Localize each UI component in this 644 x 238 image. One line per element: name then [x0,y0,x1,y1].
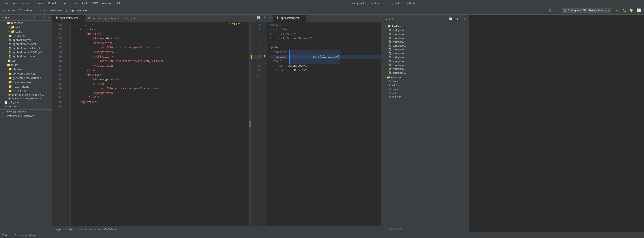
sb-activeByDefault: activeByDefault [98,228,116,231]
tree-item-maven-status[interactable]: 📁 maven-status [0,84,52,89]
tree-item-static[interactable]: ▶ 📁 static [0,29,52,34]
git-update-icon[interactable]: 👤 [547,7,553,13]
maven-item-spring-2[interactable]: 🍃 springboo... [384,32,468,36]
maven-item-spring-10[interactable]: 🍃 springboo... [384,63,468,67]
maven-item-spring-7[interactable]: 🍃 springboo... [384,51,468,55]
sidebar-add-btn[interactable]: + [32,15,37,19]
tree-item-generated-sources[interactable]: 📁 generated-sources [0,71,52,76]
right-editor-scrollbar[interactable] [381,22,383,226]
maven-item-spring-9[interactable]: 🍃 springboo... [384,59,468,63]
maven-refresh-icon[interactable]: 🔄 [448,16,454,22]
tree-item-application-yml[interactable]: 🍃 application.yml [0,38,52,42]
maven-item-spring-3[interactable]: 🍃 springboo... [384,36,468,40]
code-line-40: <activeByDefault>true</activeByDefault> [74,59,249,64]
maven-item-profiles[interactable]: ▶ 📁 Profiles [384,24,468,28]
tree-item-jar2[interactable]: 📦 springboot_10_profiles-0.0.1- [0,97,52,100]
tree-item-generated-test-sources[interactable]: 📁 generated-test-sources [0,76,52,80]
maven-item-lifecycle[interactable]: ▾ 📁 Lifecycle [384,76,468,79]
menu-item-code[interactable]: Code [36,1,46,5]
maven-item-compile[interactable]: ⚙ compile [384,87,468,91]
menu-item-help[interactable]: Help [114,1,123,5]
tab-left-application-yml[interactable]: 🍃 application.yml ✕ [52,14,85,22]
left-editor-scrollbar[interactable] [249,22,251,226]
menu-item-window[interactable]: Window [100,1,114,5]
tree-item-resources[interactable]: ▾ 📁 resources [0,21,52,25]
tree-item-application-devDB-yml[interactable]: 🍃 application-devDB.yml [0,46,52,50]
download-icon[interactable]: ⬇ [262,14,267,20]
tree-item-application-pro-yml[interactable]: 🍃 application-pro.yml [0,54,52,58]
tab-right-application-yml[interactable]: 🍃 application.yml ✕ [273,14,306,22]
menu-item-build[interactable]: Build [60,1,70,5]
sidebar-close-btn[interactable]: ✕ [46,15,50,19]
right-editor-panel: ✓ 🔄 ⬇ ⬆ 🍃 application.yml ✕ ⋮ 1 2 3 4 5 … [251,14,383,232]
close-tab-right-yml[interactable]: ✕ [300,16,303,19]
maven-item-spring-6[interactable]: 🍃 springboo... [384,47,468,51]
tree-item-application-dev-yml[interactable]: 🍃 application-dev.yml [0,42,52,46]
run-button[interactable]: ▶ [614,7,620,13]
maven-item-spring-8[interactable]: 🍃 springboo... [384,55,468,59]
left-code-content[interactable]: <!-- ... --> <profiles> <profile> <id>en… [71,22,249,226]
tree-label-classes: classes [13,68,22,71]
close-tab-pom[interactable]: ✕ [137,17,140,20]
code-line-44: <id>env_pro</id> [74,77,249,82]
prev-warning-btn[interactable]: ▲ [236,22,237,26]
close-tab-left-yml[interactable]: ✕ [79,16,82,19]
maven-item-spring-11[interactable]: 🍃 springboo... [384,67,468,71]
maven-item-validate[interactable]: ⚙ validate [384,83,468,87]
tree-item-maven-archiver[interactable]: 📁 maven-archiver [0,80,52,84]
menu-item-run[interactable]: Run [71,1,80,5]
chevron-icon-static: ▶ [8,30,10,33]
refresh-right-icon[interactable]: 🔄 [256,14,262,20]
debug-button[interactable]: 🐛 [621,7,627,13]
yaml-icon-app: 🍃 [8,38,12,42]
right-code-content[interactable]: #spring: # profiles: # active: dev # inc… [267,22,381,226]
tree-item-gitignore[interactable]: 📄 .gitignore [0,100,52,104]
maven-item-clean[interactable]: ⚙ clean [384,79,468,83]
menu-item-navigate[interactable]: Navigate [20,1,35,5]
tree-item-mul[interactable]: ▶ 📁 mul [0,25,52,29]
tree-item-test-classes[interactable]: 📁 test-classes [0,89,52,93]
right-tab-more-btn[interactable]: ⋮ [376,14,383,22]
sidebar-settings-btn[interactable]: ⚙ [42,15,46,19]
breadcrumb: springboot_10_profiles › src › main › re… [0,6,547,14]
maven-item-spring-12[interactable]: 🍃 springboo... [384,71,468,75]
maven-upload-icon[interactable]: ⬆ [461,16,467,22]
tree-item-external-libraries[interactable]: ▶ External Libraries [0,109,52,114]
code-line-32: <!-- ... --> [74,23,249,27]
menu-item-refactor[interactable]: Refactor [46,1,60,5]
menu-item-vcs[interactable]: VCS [90,1,100,5]
tab-left-pom[interactable]: ⚙ pom.xml (springboot_10_profiles) ● ✕ [85,14,143,22]
tree-item-scratches[interactable]: ▶ Scratches and Consoles [0,114,52,118]
tree-item-jar1[interactable]: 📦 springboot_10_profiles-0.0.1- [0,93,52,97]
maven-item-spring-4[interactable]: 🍃 springboo... [384,40,468,44]
tree-item-test[interactable]: ▶ 📁 test [0,58,52,63]
tree-item-target[interactable]: ▾ 📁 target [0,63,52,67]
maven-download-icon[interactable]: ⬇ [454,16,460,22]
next-warning-btn[interactable]: ▼ [238,22,240,26]
stop-button[interactable]: ⬜ [636,7,642,13]
run-config-selector[interactable]: 🍃 Springboot10ProfilesApplication ▾ [562,7,611,13]
maven-item-package[interactable]: ⚙ package [384,95,468,99]
tab-more-btn[interactable]: ⋮ [244,14,251,22]
coverage-button[interactable]: 🔰 [628,7,634,13]
maven-item-test[interactable]: ⚙ test [384,91,468,95]
menu-item-edit[interactable]: Edit [2,1,10,5]
tree-item-classes[interactable]: 📁 classes [0,67,52,71]
tree-item-templates[interactable]: 📁 templates [0,34,52,38]
tab-label-right-yml: application.yml [280,16,298,19]
line-numbers-right: 1 2 3 4 5 6 7 8 9 10 11 12 [251,22,262,226]
right-code-line-9: group: [270,59,381,64]
git-icon[interactable]: ↑ [554,7,560,13]
menu-item-view[interactable]: View [11,1,20,5]
maven-item-spring-1[interactable]: 🍃 springboo... [384,28,468,32]
dependency-analyzer[interactable]: Dependency Analyzer [15,234,39,237]
maven-item-spring-5[interactable]: 🍃 springboo... [384,44,468,47]
tree-item-pom[interactable]: ⚙ pom.xml [0,104,52,109]
sidebar-collapse-btn[interactable]: — [37,15,41,19]
menu-item-tools[interactable]: Tools [80,1,90,5]
run-config-dropdown-icon[interactable]: ▾ [608,9,609,12]
maven-label-spring-6: springboo... [393,48,406,51]
tree-item-application-devMVC-yml[interactable]: 🍃 application-devMVC.yml [0,50,52,54]
upload-icon[interactable]: ⬆ [267,14,273,20]
spring-icon-3: 🍃 [388,36,392,39]
